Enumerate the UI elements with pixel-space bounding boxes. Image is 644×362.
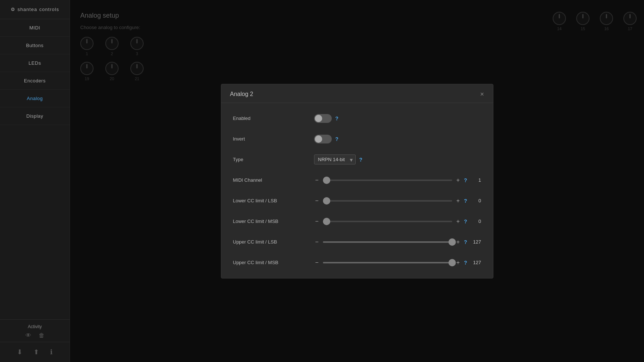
upper-cc-lsb-slider-row: − + ? 127	[314, 239, 481, 245]
upper-cc-msb-minus[interactable]: −	[314, 259, 320, 266]
invert-toggle[interactable]	[314, 135, 332, 143]
upper-cc-msb-help-icon[interactable]: ?	[464, 260, 467, 266]
modal-overlay: Analog 2 × Enabled ?	[70, 0, 644, 362]
close-button[interactable]: ×	[480, 91, 484, 97]
sidebar: ⚙ shantea controls MIDI Buttons LEDs Enc…	[0, 0, 70, 362]
enabled-row: Enabled ?	[233, 112, 481, 125]
lower-cc-lsb-value: 0	[470, 198, 481, 203]
invert-help-icon[interactable]: ?	[335, 136, 339, 142]
enabled-toggle[interactable]	[314, 114, 332, 123]
lower-cc-lsb-row: Lower CC limit / LSB − + ? 0	[233, 194, 481, 207]
sidebar-nav: MIDI Buttons LEDs Encoders Analog Displa…	[0, 19, 70, 342]
activity-section: Activity 👁 🗑	[0, 319, 70, 342]
logo-sub: controls	[39, 7, 59, 12]
info-icon[interactable]: ℹ	[50, 348, 53, 356]
logo-label: shantea	[18, 7, 37, 12]
lower-cc-lsb-plus[interactable]: +	[455, 198, 461, 204]
sidebar-item-analog[interactable]: Analog	[0, 90, 70, 107]
sidebar-item-display[interactable]: Display	[0, 107, 70, 125]
sidebar-item-buttons[interactable]: Buttons	[0, 37, 70, 54]
upper-cc-msb-label: Upper CC limit / MSB	[233, 260, 314, 265]
lower-cc-lsb-minus[interactable]: −	[314, 198, 320, 204]
dialog-header: Analog 2 ×	[221, 84, 493, 103]
logo-icon: ⚙	[11, 7, 15, 12]
type-control: CC NRPN 7-bit NRPN 14-bit Pitch Bend ?	[314, 155, 481, 164]
upper-cc-msb-value: 127	[470, 260, 481, 265]
upper-cc-lsb-slider-fill	[323, 241, 452, 243]
upper-cc-lsb-label: Upper CC limit / LSB	[233, 239, 314, 245]
enabled-help-icon[interactable]: ?	[335, 116, 339, 121]
upper-cc-lsb-help-icon[interactable]: ?	[464, 239, 467, 245]
lower-cc-msb-slider-thumb[interactable]	[323, 218, 330, 225]
upper-cc-msb-control: − + ? 127	[314, 259, 481, 266]
lower-cc-msb-value: 0	[470, 219, 481, 224]
upper-cc-msb-plus[interactable]: +	[455, 259, 461, 266]
midi-channel-control: − + ? 1	[314, 177, 481, 184]
upper-cc-msb-slider-track[interactable]	[323, 262, 452, 263]
lower-cc-msb-plus[interactable]: +	[455, 218, 461, 225]
midi-channel-plus[interactable]: +	[455, 177, 461, 184]
upper-cc-lsb-slider-thumb[interactable]	[448, 238, 456, 246]
lower-cc-msb-minus[interactable]: −	[314, 218, 320, 225]
lower-cc-msb-control: − + ? 0	[314, 218, 481, 225]
lower-cc-msb-slider-track[interactable]	[323, 221, 452, 222]
upper-cc-msb-slider-fill	[323, 262, 452, 263]
midi-channel-help-icon[interactable]: ?	[464, 177, 467, 183]
midi-channel-row: MIDI Channel − + ? 1	[233, 174, 481, 187]
activity-label: Activity	[0, 324, 70, 329]
lower-cc-lsb-control: − + ? 0	[314, 198, 481, 204]
upper-cc-msb-row: Upper CC limit / MSB − + ? 127	[233, 256, 481, 269]
activity-eye-icon[interactable]: 👁	[25, 332, 31, 339]
invert-toggle-thumb	[315, 135, 322, 143]
upper-cc-msb-slider-thumb[interactable]	[448, 259, 456, 266]
midi-channel-slider-track[interactable]	[323, 180, 452, 181]
midi-channel-label: MIDI Channel	[233, 177, 314, 183]
midi-channel-slider-thumb[interactable]	[323, 177, 330, 184]
invert-row: Invert ?	[233, 132, 481, 146]
midi-channel-slider-row: − + ? 1	[314, 177, 481, 184]
logo-text: ⚙ shantea controls	[11, 7, 59, 12]
analog-dialog: Analog 2 × Enabled ?	[221, 84, 493, 278]
invert-toggle-track	[314, 135, 332, 143]
upper-cc-lsb-control: − + ? 127	[314, 239, 481, 245]
logo-area: ⚙ shantea controls	[0, 0, 70, 19]
activity-trash-icon[interactable]: 🗑	[39, 332, 45, 339]
dialog-title: Analog 2	[230, 91, 253, 97]
lower-cc-lsb-label: Lower CC limit / LSB	[233, 198, 314, 203]
enabled-label: Enabled	[233, 116, 314, 121]
download-icon[interactable]: ⬇	[17, 348, 22, 356]
lower-cc-msb-help-icon[interactable]: ?	[464, 219, 467, 224]
upper-cc-msb-slider-row: − + ? 127	[314, 259, 481, 266]
upper-cc-lsb-plus[interactable]: +	[455, 239, 461, 245]
upper-cc-lsb-value: 127	[470, 239, 481, 245]
sidebar-footer: ⬇ ⬆ ℹ	[0, 342, 70, 362]
lower-cc-msb-row: Lower CC limit / MSB − + ? 0	[233, 215, 481, 228]
sidebar-item-encoders[interactable]: Encoders	[0, 72, 70, 90]
lower-cc-msb-label: Lower CC limit / MSB	[233, 219, 314, 224]
lower-cc-lsb-slider-thumb[interactable]	[323, 197, 330, 205]
sidebar-item-midi[interactable]: MIDI	[0, 19, 70, 37]
type-label: Type	[233, 157, 314, 162]
main-content: Analog setup Choose analog to configure:…	[70, 0, 644, 362]
enabled-toggle-thumb	[315, 115, 322, 122]
type-help-icon[interactable]: ?	[359, 157, 363, 163]
type-select[interactable]: CC NRPN 7-bit NRPN 14-bit Pitch Bend	[314, 155, 356, 164]
enabled-control: ?	[314, 114, 481, 123]
lower-cc-lsb-slider-row: − + ? 0	[314, 198, 481, 204]
lower-cc-lsb-slider-track[interactable]	[323, 200, 452, 202]
lower-cc-lsb-help-icon[interactable]: ?	[464, 198, 467, 204]
upload-icon[interactable]: ⬆	[34, 348, 39, 356]
upper-cc-lsb-row: Upper CC limit / LSB − + ? 127	[233, 235, 481, 249]
midi-channel-minus[interactable]: −	[314, 177, 320, 184]
midi-channel-value: 1	[470, 177, 481, 183]
lower-cc-msb-slider-row: − + ? 0	[314, 218, 481, 225]
enabled-toggle-track	[314, 114, 332, 123]
dialog-body: Enabled ? Invert	[221, 103, 493, 278]
activity-icons: 👁 🗑	[0, 332, 70, 339]
invert-control: ?	[314, 135, 481, 143]
type-select-wrapper: CC NRPN 7-bit NRPN 14-bit Pitch Bend	[314, 155, 356, 164]
type-row: Type CC NRPN 7-bit NRPN 14-bit Pitch Ben…	[233, 153, 481, 166]
sidebar-item-leds[interactable]: LEDs	[0, 54, 70, 72]
upper-cc-lsb-slider-track[interactable]	[323, 241, 452, 243]
upper-cc-lsb-minus[interactable]: −	[314, 239, 320, 245]
